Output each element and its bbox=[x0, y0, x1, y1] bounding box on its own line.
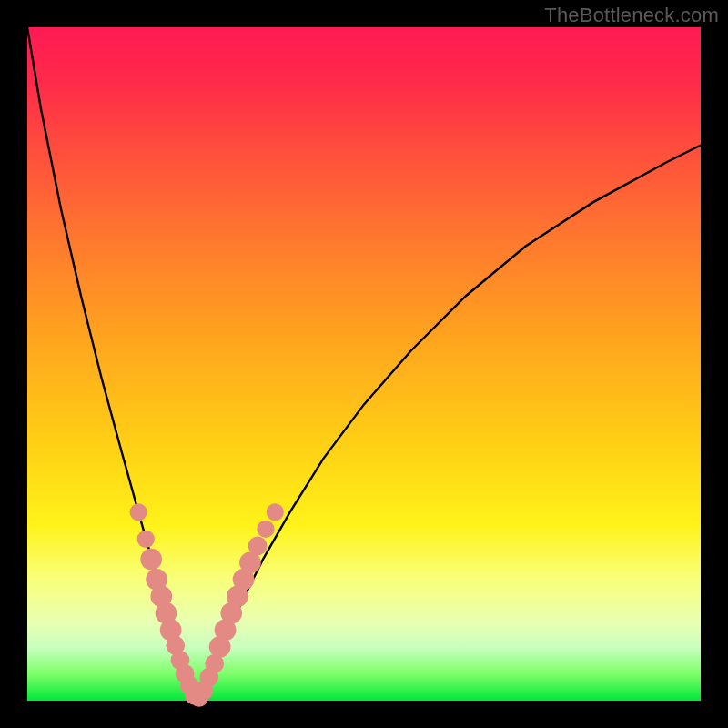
watermark-text: TheBottleneck.com bbox=[544, 4, 719, 27]
outer-frame: TheBottleneck.com bbox=[0, 0, 728, 728]
data-marker bbox=[140, 549, 162, 571]
data-marker bbox=[137, 531, 155, 548]
data-marker bbox=[248, 536, 268, 555]
marker-group bbox=[129, 503, 283, 706]
data-marker bbox=[129, 503, 147, 521]
plot-area bbox=[27, 27, 701, 701]
data-marker bbox=[257, 521, 274, 538]
data-marker bbox=[267, 503, 284, 521]
chart-svg bbox=[27, 27, 701, 701]
curve-right bbox=[196, 146, 701, 702]
